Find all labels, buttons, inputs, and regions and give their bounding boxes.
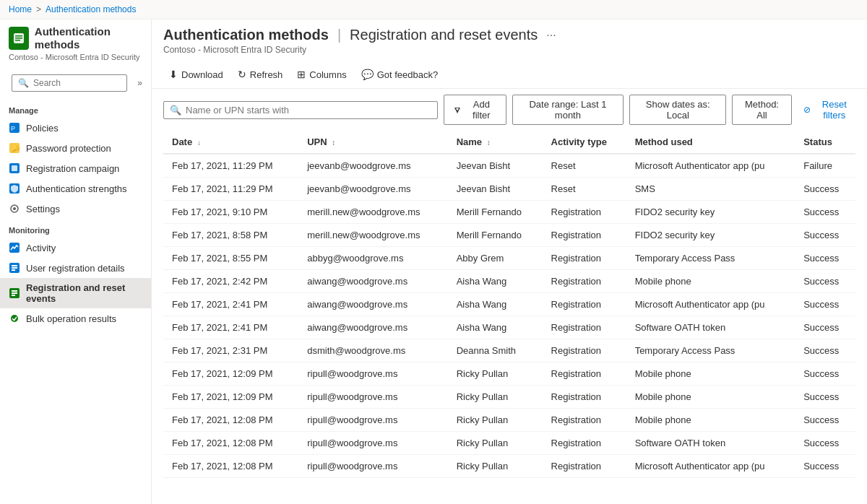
monitoring-section-label: Monitoring <box>0 219 151 238</box>
breadcrumb-home[interactable]: Home <box>9 4 32 14</box>
content-area: Authentication methods | Registration an… <box>152 19 867 504</box>
table-row[interactable]: Feb 17, 2021, 12:09 PM ripull@woodgrove.… <box>163 362 855 386</box>
table-wrapper: Date ↓ UPN ↕ Name ↕ Activity type <box>152 131 867 504</box>
cell-name: Ricky Pullan <box>448 386 543 409</box>
table-row[interactable]: Feb 17, 2021, 2:41 PM aiwang@woodgrove.m… <box>163 293 855 316</box>
cell-date: Feb 17, 2021, 8:58 PM <box>163 224 298 247</box>
cell-activity-type: Registration <box>543 201 626 224</box>
sidebar-item-policies[interactable]: P Policies <box>0 118 151 138</box>
cell-activity-type: Registration <box>543 316 626 339</box>
cell-date: Feb 17, 2021, 2:31 PM <box>163 339 298 362</box>
search-input[interactable] <box>33 78 121 88</box>
cell-name: Merill Fernando <box>448 224 543 247</box>
feedback-button[interactable]: 💬 Got feedback? <box>355 65 444 84</box>
download-button[interactable]: ⬇ Download <box>163 65 229 84</box>
sidebar-search[interactable]: 🔍 <box>12 74 127 92</box>
method-filter-button[interactable]: Method: All <box>732 95 791 125</box>
sidebar-item-auth-strengths[interactable]: Authentication strengths <box>0 178 151 199</box>
table-row[interactable]: Feb 17, 2021, 2:42 PM aiwang@woodgrove.m… <box>163 270 855 293</box>
table-row[interactable]: Feb 17, 2021, 12:08 PM ripull@woodgrove.… <box>163 455 855 478</box>
sidebar: Authentication methods Contoso - Microso… <box>0 19 152 504</box>
cell-activity-type: Reset <box>543 154 626 178</box>
content-main-title: Authentication methods <box>163 27 329 43</box>
cell-name: Ricky Pullan <box>448 432 543 455</box>
filter-search-box[interactable]: 🔍 <box>163 101 438 119</box>
upn-sort-icon: ↕ <box>332 139 335 147</box>
page-main-title: Authentication methods <box>35 25 142 51</box>
date-range-button[interactable]: Date range: Last 1 month <box>512 95 624 125</box>
cell-status: Success <box>795 201 855 224</box>
sidebar-item-settings[interactable]: Settings <box>0 199 151 219</box>
cell-date: Feb 17, 2021, 12:09 PM <box>163 386 298 409</box>
sidebar-item-password-protection[interactable]: 🔑 Password protection <box>0 138 151 158</box>
cell-activity-type: Registration <box>543 455 626 478</box>
cell-name: Jeevan Bisht <box>448 154 543 178</box>
col-date[interactable]: Date ↓ <box>163 131 298 154</box>
cell-method-used: Software OATH token <box>626 316 795 339</box>
name-sort-icon: ↕ <box>487 139 491 147</box>
filter-search-input[interactable] <box>186 105 431 116</box>
sidebar-item-registration-reset[interactable]: Registration and reset events <box>0 278 151 308</box>
page-org: Contoso - Microsoft Entra ID Security <box>0 53 151 67</box>
table-row[interactable]: Feb 17, 2021, 9:10 PM merill.new@woodgro… <box>163 201 855 224</box>
cell-status: Success <box>795 409 855 432</box>
cell-method-used: Mobile phone <box>626 270 795 293</box>
more-options-button[interactable]: ··· <box>546 29 556 42</box>
table-row[interactable]: Feb 17, 2021, 12:09 PM ripull@woodgrove.… <box>163 386 855 409</box>
table-row[interactable]: Feb 17, 2021, 2:31 PM dsmith@woodgrove.m… <box>163 339 855 362</box>
col-activity-type: Activity type <box>543 131 626 154</box>
refresh-icon: ↻ <box>238 69 246 80</box>
search-icon: 🔍 <box>18 78 29 88</box>
cell-method-used: FIDO2 security key <box>626 224 795 247</box>
svg-text:P: P <box>11 125 15 132</box>
sidebar-item-user-registration[interactable]: User registration details <box>0 258 151 278</box>
sidebar-item-registration-campaign[interactable]: Registration campaign <box>0 158 151 178</box>
columns-button[interactable]: ⊞ Columns <box>291 65 352 84</box>
add-filter-button[interactable]: ⛛ Add filter <box>444 95 506 125</box>
filter-funnel-icon: ⛛ <box>453 105 462 116</box>
cell-name: Deanna Smith <box>448 339 543 362</box>
table-row[interactable]: Feb 17, 2021, 8:55 PM abbyg@woodgrove.ms… <box>163 247 855 270</box>
svg-rect-17 <box>12 269 15 271</box>
cell-date: Feb 17, 2021, 2:41 PM <box>163 316 298 339</box>
cell-date: Feb 17, 2021, 8:55 PM <box>163 247 298 270</box>
show-dates-button[interactable]: Show dates as: Local <box>629 95 726 125</box>
cell-date: Feb 17, 2021, 2:42 PM <box>163 270 298 293</box>
collapse-button[interactable]: » <box>134 77 145 90</box>
cell-status: Success <box>795 316 855 339</box>
cell-date: Feb 17, 2021, 12:09 PM <box>163 362 298 386</box>
reset-filters-button[interactable]: ⊘ Reset filters <box>803 99 855 121</box>
table-row[interactable]: Feb 17, 2021, 12:08 PM ripull@woodgrove.… <box>163 432 855 455</box>
sidebar-item-bulk-operations[interactable]: Bulk operation results <box>0 308 151 329</box>
columns-icon: ⊞ <box>297 69 306 80</box>
content-section-title: Registration and reset events <box>350 27 538 43</box>
col-name[interactable]: Name ↕ <box>448 131 543 154</box>
cell-upn: aiwang@woodgrove.ms <box>298 316 447 339</box>
table-row[interactable]: Feb 17, 2021, 2:41 PM aiwang@woodgrove.m… <box>163 316 855 339</box>
cell-status: Success <box>795 339 855 362</box>
refresh-label: Refresh <box>250 69 283 80</box>
table-row[interactable]: Feb 17, 2021, 8:58 PM merill.new@woodgro… <box>163 224 855 247</box>
table-row[interactable]: Feb 17, 2021, 11:29 PM jeevanb@woodgrove… <box>163 154 855 178</box>
sidebar-label-user-reg: User registration details <box>26 263 125 274</box>
cell-status: Success <box>795 455 855 478</box>
cell-upn: aiwang@woodgrove.ms <box>298 293 447 316</box>
table-row[interactable]: Feb 17, 2021, 12:08 PM ripull@woodgrove.… <box>163 409 855 432</box>
svg-rect-16 <box>12 267 17 269</box>
page-header-block: Authentication methods <box>0 19 151 53</box>
svg-rect-19 <box>12 290 17 292</box>
cell-upn: merill.new@woodgrove.ms <box>298 201 447 224</box>
cell-method-used: Temporary Access Pass <box>626 339 795 362</box>
refresh-button[interactable]: ↻ Refresh <box>232 65 289 84</box>
cell-date: Feb 17, 2021, 12:08 PM <box>163 409 298 432</box>
cell-activity-type: Registration <box>543 362 626 386</box>
sidebar-item-activity[interactable]: Activity <box>0 238 151 258</box>
col-upn[interactable]: UPN ↕ <box>298 131 447 154</box>
activity-icon <box>9 242 20 253</box>
table-row[interactable]: Feb 17, 2021, 11:29 PM jeevanb@woodgrove… <box>163 178 855 201</box>
cell-upn: dsmith@woodgrove.ms <box>298 339 447 362</box>
breadcrumb-section[interactable]: Authentication methods <box>46 4 136 14</box>
cell-method-used: Microsoft Authenticator app (pu <box>626 154 795 178</box>
filter-bar: 🔍 ⛛ Add filter Date range: Last 1 month … <box>152 89 867 131</box>
cell-method-used: Mobile phone <box>626 386 795 409</box>
